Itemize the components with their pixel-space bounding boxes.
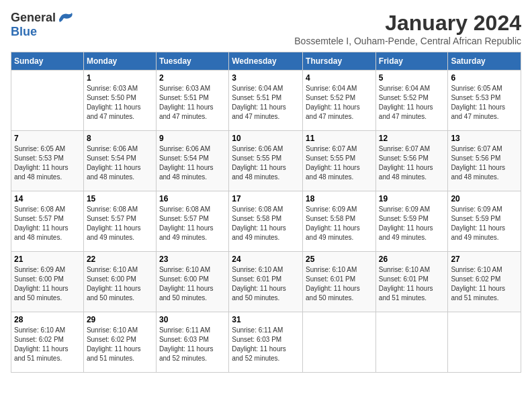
day-info: Sunrise: 6:10 AMSunset: 6:01 PMDaylight:… [306, 265, 373, 303]
calendar-week-5: 28Sunrise: 6:10 AMSunset: 6:02 PMDayligh… [11, 312, 521, 373]
day-number: 11 [306, 134, 373, 143]
day-number: 28 [14, 315, 81, 324]
day-info: Sunrise: 6:08 AMSunset: 5:57 PMDaylight:… [14, 205, 81, 242]
calendar-cell: 9Sunrise: 6:06 AMSunset: 5:54 PMDaylight… [156, 131, 228, 191]
calendar-cell: 23Sunrise: 6:10 AMSunset: 6:00 PMDayligh… [156, 252, 228, 312]
month-title: January 2024 [294, 11, 521, 36]
calendar-cell: 14Sunrise: 6:08 AMSunset: 5:57 PMDayligh… [11, 191, 84, 252]
day-info: Sunrise: 6:09 AMSunset: 5:59 PMDaylight:… [451, 205, 518, 242]
calendar-week-3: 14Sunrise: 6:08 AMSunset: 5:57 PMDayligh… [11, 191, 521, 252]
calendar-week-1: 1Sunrise: 6:03 AMSunset: 5:50 PMDaylight… [11, 71, 521, 131]
calendar-cell: 1Sunrise: 6:03 AMSunset: 5:50 PMDaylight… [83, 71, 156, 131]
day-info: Sunrise: 6:07 AMSunset: 5:55 PMDaylight:… [306, 144, 373, 182]
day-info: Sunrise: 6:08 AMSunset: 5:57 PMDaylight:… [87, 205, 153, 242]
calendar-cell: 20Sunrise: 6:09 AMSunset: 5:59 PMDayligh… [448, 191, 521, 252]
day-info: Sunrise: 6:03 AMSunset: 5:50 PMDaylight:… [87, 84, 153, 122]
calendar-cell: 26Sunrise: 6:10 AMSunset: 6:01 PMDayligh… [375, 252, 448, 312]
day-number: 29 [87, 315, 153, 324]
header-thursday: Thursday [303, 52, 376, 71]
day-number: 9 [159, 134, 226, 143]
day-info: Sunrise: 6:10 AMSunset: 6:00 PMDaylight:… [159, 265, 226, 303]
calendar-cell: 22Sunrise: 6:10 AMSunset: 6:00 PMDayligh… [83, 252, 156, 312]
day-number: 10 [232, 134, 300, 143]
day-number: 14 [14, 194, 81, 203]
day-info: Sunrise: 6:07 AMSunset: 5:56 PMDaylight:… [451, 144, 518, 182]
day-info: Sunrise: 6:11 AMSunset: 6:03 PMDaylight:… [232, 326, 300, 363]
calendar-cell: 31Sunrise: 6:11 AMSunset: 6:03 PMDayligh… [229, 312, 303, 373]
calendar-cell: 27Sunrise: 6:10 AMSunset: 6:02 PMDayligh… [448, 252, 521, 312]
calendar-cell: 3Sunrise: 6:04 AMSunset: 5:51 PMDaylight… [229, 71, 303, 131]
calendar-cell: 5Sunrise: 6:04 AMSunset: 5:52 PMDaylight… [375, 71, 448, 131]
calendar-cell: 17Sunrise: 6:08 AMSunset: 5:58 PMDayligh… [229, 191, 303, 252]
day-info: Sunrise: 6:05 AMSunset: 5:53 PMDaylight:… [451, 84, 518, 122]
day-number: 27 [451, 255, 518, 264]
day-number: 23 [159, 255, 226, 264]
header-row: SundayMondayTuesdayWednesdayThursdayFrid… [11, 52, 521, 71]
day-number: 3 [232, 73, 300, 83]
day-number: 6 [451, 73, 518, 83]
day-number: 16 [159, 194, 226, 203]
day-number: 20 [451, 194, 518, 203]
title-area: January 2024 Bossemtele I, Ouham-Pende, … [294, 11, 521, 46]
day-info: Sunrise: 6:09 AMSunset: 5:59 PMDaylight:… [379, 205, 445, 242]
day-number: 30 [159, 315, 226, 324]
day-info: Sunrise: 6:08 AMSunset: 5:57 PMDaylight:… [159, 205, 226, 242]
day-info: Sunrise: 6:06 AMSunset: 5:54 PMDaylight:… [87, 144, 153, 182]
day-info: Sunrise: 6:10 AMSunset: 6:01 PMDaylight:… [232, 265, 300, 303]
calendar-subtitle: Bossemtele I, Ouham-Pende, Central Afric… [294, 36, 521, 46]
day-number: 25 [306, 255, 373, 264]
day-info: Sunrise: 6:04 AMSunset: 5:52 PMDaylight:… [306, 84, 373, 122]
header: General Blue January 2024 Bossemtele I, … [11, 11, 521, 46]
day-info: Sunrise: 6:05 AMSunset: 5:53 PMDaylight:… [14, 144, 81, 182]
calendar-cell: 15Sunrise: 6:08 AMSunset: 5:57 PMDayligh… [83, 191, 156, 252]
day-number: 26 [379, 255, 445, 264]
calendar-cell [303, 312, 376, 373]
calendar-cell: 28Sunrise: 6:10 AMSunset: 6:02 PMDayligh… [11, 312, 84, 373]
calendar-cell: 13Sunrise: 6:07 AMSunset: 5:56 PMDayligh… [448, 131, 521, 191]
day-number: 21 [14, 255, 81, 264]
calendar-cell: 10Sunrise: 6:06 AMSunset: 5:55 PMDayligh… [229, 131, 303, 191]
calendar-cell: 30Sunrise: 6:11 AMSunset: 6:03 PMDayligh… [156, 312, 228, 373]
day-number: 17 [232, 194, 300, 203]
calendar-cell: 18Sunrise: 6:09 AMSunset: 5:58 PMDayligh… [303, 191, 376, 252]
day-info: Sunrise: 6:09 AMSunset: 5:58 PMDaylight:… [306, 205, 373, 242]
calendar-cell: 21Sunrise: 6:09 AMSunset: 6:00 PMDayligh… [11, 252, 84, 312]
day-info: Sunrise: 6:06 AMSunset: 5:54 PMDaylight:… [159, 144, 226, 182]
day-number: 31 [232, 315, 300, 324]
day-info: Sunrise: 6:10 AMSunset: 6:02 PMDaylight:… [87, 326, 153, 363]
day-number: 8 [87, 134, 153, 143]
day-info: Sunrise: 6:10 AMSunset: 6:02 PMDaylight:… [14, 326, 81, 363]
calendar-body: 1Sunrise: 6:03 AMSunset: 5:50 PMDaylight… [11, 71, 521, 373]
day-number: 4 [306, 73, 373, 83]
day-info: Sunrise: 6:11 AMSunset: 6:03 PMDaylight:… [159, 326, 226, 363]
day-info: Sunrise: 6:03 AMSunset: 5:51 PMDaylight:… [159, 84, 226, 122]
header-monday: Monday [83, 52, 156, 71]
calendar-cell: 6Sunrise: 6:05 AMSunset: 5:53 PMDaylight… [448, 71, 521, 131]
day-number: 22 [87, 255, 153, 264]
day-number: 5 [379, 73, 445, 83]
calendar-cell: 8Sunrise: 6:06 AMSunset: 5:54 PMDaylight… [83, 131, 156, 191]
calendar-week-4: 21Sunrise: 6:09 AMSunset: 6:00 PMDayligh… [11, 252, 521, 312]
calendar-cell: 25Sunrise: 6:10 AMSunset: 6:01 PMDayligh… [303, 252, 376, 312]
calendar-cell [11, 71, 84, 131]
logo-blue-text: Blue [11, 25, 37, 39]
logo-bird-icon [57, 11, 76, 25]
day-number: 13 [451, 134, 518, 143]
calendar-cell: 4Sunrise: 6:04 AMSunset: 5:52 PMDaylight… [303, 71, 376, 131]
day-number: 12 [379, 134, 445, 143]
day-number: 18 [306, 194, 373, 203]
calendar-cell: 16Sunrise: 6:08 AMSunset: 5:57 PMDayligh… [156, 191, 228, 252]
calendar-cell: 19Sunrise: 6:09 AMSunset: 5:59 PMDayligh… [375, 191, 448, 252]
header-friday: Friday [375, 52, 448, 71]
day-info: Sunrise: 6:04 AMSunset: 5:52 PMDaylight:… [379, 84, 445, 122]
day-info: Sunrise: 6:10 AMSunset: 6:02 PMDaylight:… [451, 265, 518, 303]
day-info: Sunrise: 6:07 AMSunset: 5:56 PMDaylight:… [379, 144, 445, 182]
logo: General Blue [11, 11, 76, 39]
day-info: Sunrise: 6:06 AMSunset: 5:55 PMDaylight:… [232, 144, 300, 182]
logo-general-text: General [11, 11, 56, 25]
calendar-cell [448, 312, 521, 373]
day-number: 1 [87, 73, 153, 83]
day-number: 2 [159, 73, 226, 83]
day-info: Sunrise: 6:08 AMSunset: 5:58 PMDaylight:… [232, 205, 300, 242]
day-number: 7 [14, 134, 81, 143]
